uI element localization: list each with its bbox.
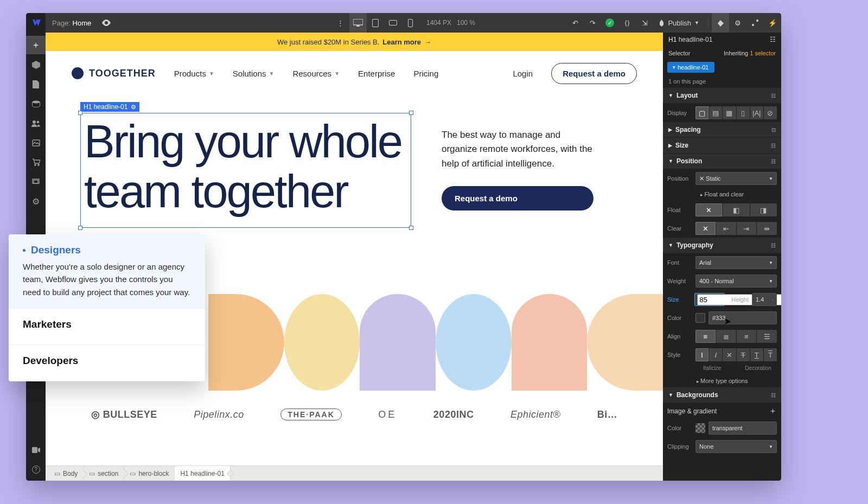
dec-overline[interactable]: T bbox=[764, 348, 777, 361]
logic-icon[interactable] bbox=[26, 173, 46, 191]
interactions-panel-tab-icon[interactable] bbox=[746, 13, 764, 33]
more-type-options[interactable]: More type options bbox=[663, 374, 781, 387]
nav-enterprise[interactable]: Enterprise bbox=[358, 69, 395, 78]
line-height-input[interactable]: 1.4- bbox=[752, 293, 777, 306]
weight-select[interactable]: 400 - Normal▼ bbox=[695, 275, 777, 288]
nav-resources[interactable]: Resources▼ bbox=[292, 69, 340, 78]
ecommerce-icon[interactable] bbox=[26, 153, 46, 171]
settings-icon[interactable]: ⚙ bbox=[26, 192, 46, 210]
float-left[interactable]: ◧ bbox=[723, 203, 749, 216]
webflow-logo[interactable] bbox=[26, 13, 46, 33]
font-color-swatch[interactable] bbox=[695, 313, 705, 323]
code-icon[interactable]: ⟨⟩ bbox=[618, 13, 636, 33]
mobile-breakpoint-icon[interactable] bbox=[401, 13, 419, 33]
resize-handle[interactable] bbox=[409, 111, 413, 115]
users-icon[interactable] bbox=[26, 114, 46, 132]
dec-strike[interactable]: T bbox=[737, 348, 750, 361]
selector-chip[interactable]: ▾headline-01 bbox=[667, 62, 714, 73]
video-icon[interactable] bbox=[26, 441, 46, 459]
align-center[interactable]: ≣ bbox=[716, 330, 736, 343]
dec-none[interactable]: ✕ bbox=[723, 348, 736, 361]
style-regular[interactable]: I bbox=[695, 348, 709, 361]
display-grid[interactable]: ▦ bbox=[723, 106, 736, 119]
viewport-width[interactable]: 1404 PX bbox=[426, 19, 451, 27]
effects-panel-tab-icon[interactable]: ⚡ bbox=[764, 13, 781, 33]
section-layout[interactable]: ▼Layout☷ bbox=[663, 88, 781, 104]
style-italic[interactable]: I bbox=[709, 348, 722, 361]
nav-login[interactable]: Login bbox=[513, 69, 533, 78]
zoom-level[interactable]: 100 % bbox=[457, 19, 475, 27]
nav-solutions[interactable]: Solutions▼ bbox=[233, 69, 275, 78]
persona-marketers[interactable]: Marketers bbox=[9, 309, 205, 345]
section-backgrounds[interactable]: ▼Backgrounds☷ bbox=[663, 387, 781, 403]
bg-clipping-select[interactable]: None▼ bbox=[695, 440, 777, 453]
bg-color-swatch[interactable] bbox=[695, 423, 705, 433]
display-none[interactable]: ⊘ bbox=[764, 106, 777, 119]
resize-handle[interactable] bbox=[78, 111, 82, 115]
hero-cta-button[interactable]: Request a demo bbox=[442, 186, 593, 210]
persona-designers[interactable]: Designers Whether you're a solo designer… bbox=[9, 234, 205, 309]
bg-color-input[interactable]: transparent bbox=[709, 422, 777, 435]
nav-products[interactable]: Products▼ bbox=[174, 69, 214, 78]
pages-icon[interactable] bbox=[26, 75, 46, 93]
align-right[interactable]: ≡ bbox=[737, 330, 757, 343]
persona-developers[interactable]: Developers bbox=[9, 345, 205, 381]
dec-underline[interactable]: T bbox=[750, 348, 763, 361]
state-dropdown-icon[interactable]: ☷ bbox=[770, 36, 776, 43]
nav-demo-button[interactable]: Request a demo bbox=[551, 63, 637, 84]
section-size[interactable]: ▶Size☷ bbox=[663, 138, 781, 154]
display-block[interactable]: ▢ bbox=[695, 106, 709, 119]
navigator-icon[interactable] bbox=[26, 55, 46, 74]
crumb-body[interactable]: ▭Body bbox=[49, 466, 84, 481]
display-inline[interactable]: |A| bbox=[750, 106, 763, 119]
float-right[interactable]: ◨ bbox=[750, 203, 777, 216]
selection-tag[interactable]: H1 headline-01⚙ bbox=[80, 102, 139, 112]
brand-logo[interactable]: TOOGETHER bbox=[72, 67, 156, 79]
help-icon[interactable]: ? bbox=[26, 460, 46, 479]
preview-icon[interactable] bbox=[98, 13, 115, 33]
headline-selected[interactable]: Bring your whole team together bbox=[80, 113, 411, 228]
float-none[interactable]: ✕ bbox=[695, 203, 722, 216]
resize-handle[interactable] bbox=[78, 226, 82, 230]
display-inline-block[interactable]: ▯ bbox=[737, 106, 750, 119]
publish-button[interactable]: Publish ▼ bbox=[653, 19, 705, 27]
announcement-link[interactable]: Learn more bbox=[382, 38, 421, 46]
display-flex[interactable]: ▤ bbox=[709, 106, 722, 119]
mobile-landscape-breakpoint-icon[interactable] bbox=[384, 13, 401, 33]
hero-subhead[interactable]: The best way to manage and organize remo… bbox=[442, 128, 593, 171]
section-position[interactable]: ▼Position☷ bbox=[663, 154, 781, 169]
redo-icon[interactable]: ↷ bbox=[584, 13, 601, 33]
add-bg-icon[interactable]: ＋ bbox=[769, 406, 777, 416]
assets-icon[interactable] bbox=[26, 133, 46, 152]
announcement-banner[interactable]: We just raised $20M in Series B. Learn m… bbox=[46, 33, 663, 51]
font-color-input[interactable]: #333 bbox=[709, 311, 777, 324]
font-size-input[interactable]: PX bbox=[694, 293, 725, 306]
style-panel-tab-icon[interactable] bbox=[712, 13, 729, 33]
gear-icon[interactable]: ⚙ bbox=[131, 104, 136, 111]
desktop-breakpoint-icon[interactable] bbox=[349, 13, 367, 33]
page-selector[interactable]: Page: Home bbox=[46, 19, 98, 27]
align-justify[interactable]: ☰ bbox=[757, 330, 777, 343]
align-left[interactable]: ≡ bbox=[695, 330, 716, 343]
settings-panel-tab-icon[interactable]: ⚙ bbox=[729, 13, 746, 33]
undo-icon[interactable]: ↶ bbox=[566, 13, 584, 33]
tablet-breakpoint-icon[interactable] bbox=[367, 13, 384, 33]
font-select[interactable]: Arial▼ bbox=[695, 256, 777, 269]
float-clear-toggle[interactable]: Float and clear bbox=[663, 188, 781, 201]
crumb-section[interactable]: ▭section bbox=[84, 466, 124, 481]
clear-both[interactable]: ⇹ bbox=[757, 222, 777, 235]
add-element-icon[interactable]: ＋ bbox=[26, 36, 46, 54]
nav-pricing[interactable]: Pricing bbox=[413, 69, 438, 78]
clear-none[interactable]: ✕ bbox=[695, 222, 716, 235]
cms-icon[interactable] bbox=[26, 94, 46, 113]
clear-right[interactable]: ⇥ bbox=[737, 222, 757, 235]
crumb-headline[interactable]: H1 headline-01 bbox=[175, 466, 230, 481]
section-typography[interactable]: ▼Typography☷ bbox=[663, 238, 781, 253]
clear-left[interactable]: ⇤ bbox=[716, 222, 736, 235]
more-icon[interactable]: ⋮ bbox=[332, 13, 349, 33]
crumb-hero-block[interactable]: ▭hero-block bbox=[124, 466, 175, 481]
export-icon[interactable]: ⇲ bbox=[636, 13, 653, 33]
position-select[interactable]: ✕ Static▼ bbox=[695, 172, 777, 185]
resize-handle[interactable] bbox=[409, 226, 413, 230]
status-ok-icon[interactable]: ✓ bbox=[601, 13, 618, 33]
